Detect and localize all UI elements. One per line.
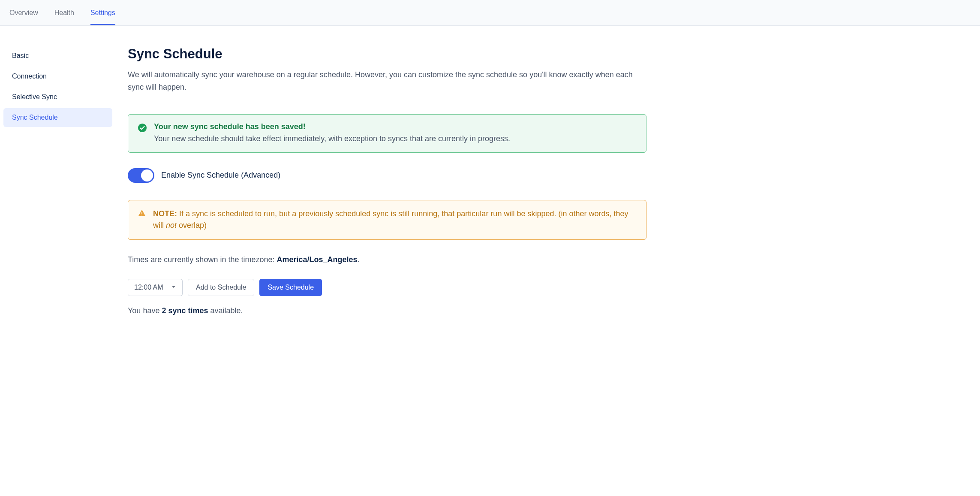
warning-text-2: overlap) [177,221,207,230]
time-select-value: 12:00 AM [134,284,163,291]
timezone-suffix: . [358,255,360,264]
check-circle-icon [138,123,147,134]
available-sync-times: You have 2 sync times available. [128,306,646,315]
main-content: Sync Schedule We will automatically sync… [119,46,659,328]
top-nav: Overview Health Settings [0,0,980,26]
svg-rect-1 [141,212,142,214]
save-schedule-button[interactable]: Save Schedule [259,279,322,296]
page-title: Sync Schedule [128,46,646,62]
enable-toggle-row: Enable Sync Schedule (Advanced) [128,168,646,183]
tab-settings[interactable]: Settings [90,0,115,25]
add-to-schedule-button[interactable]: Add to Schedule [188,279,254,296]
success-alert: Your new sync schedule has been saved! Y… [128,114,646,153]
caret-down-icon [171,284,176,291]
sidebar-item-connection[interactable]: Connection [3,67,112,86]
warning-alert-text: NOTE: If a sync is scheduled to run, but… [153,208,637,232]
available-prefix: You have [128,306,162,315]
warning-alert: NOTE: If a sync is scheduled to run, but… [128,200,646,240]
success-alert-text: Your new schedule should take effect imm… [154,133,637,145]
available-count: 2 sync times [162,306,208,315]
warning-triangle-icon [138,209,146,219]
note-label: NOTE: [153,209,177,218]
time-select[interactable]: 12:00 AM [128,279,183,296]
available-suffix: available. [208,306,243,315]
timezone-prefix: Times are currently shown in the timezon… [128,255,277,264]
warning-alert-body: NOTE: If a sync is scheduled to run, but… [153,208,637,232]
warning-text-1: If a sync is scheduled to run, but a pre… [153,209,628,230]
svg-rect-2 [141,215,142,215]
timezone-line: Times are currently shown in the timezon… [128,255,646,264]
success-alert-title: Your new sync schedule has been saved! [154,122,637,131]
sidebar-item-selective-sync[interactable]: Selective Sync [3,88,112,106]
timezone-value: America/Los_Angeles [277,255,357,264]
page-description: We will automatically sync your warehous… [128,69,646,94]
settings-sidebar: Basic Connection Selective Sync Sync Sch… [3,46,119,328]
sidebar-item-basic[interactable]: Basic [3,46,112,65]
toggle-label: Enable Sync Schedule (Advanced) [161,171,280,180]
toggle-knob [141,169,153,181]
success-alert-body: Your new sync schedule has been saved! Y… [154,122,637,145]
enable-sync-toggle[interactable] [128,168,154,183]
sidebar-item-sync-schedule[interactable]: Sync Schedule [3,108,112,127]
tab-health[interactable]: Health [54,0,74,25]
tab-overview[interactable]: Overview [9,0,38,25]
schedule-controls: 12:00 AM Add to Schedule Save Schedule [128,279,646,296]
warning-em: not [166,221,177,230]
